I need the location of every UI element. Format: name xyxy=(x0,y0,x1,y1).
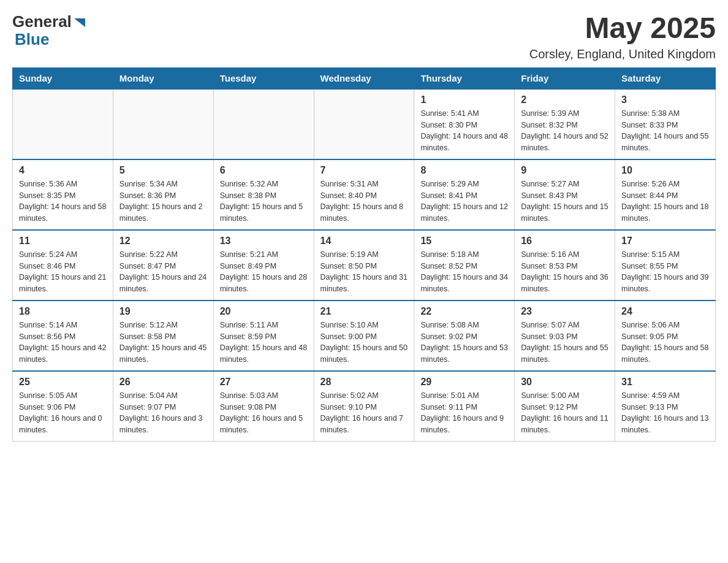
calendar-table: Sunday Monday Tuesday Wednesday Thursday… xyxy=(12,67,716,442)
day-info: Sunrise: 5:34 AMSunset: 8:36 PMDaylight:… xyxy=(119,178,207,224)
table-row: 4Sunrise: 5:36 AMSunset: 8:35 PMDaylight… xyxy=(13,159,113,230)
day-info: Sunrise: 5:07 AMSunset: 9:03 PMDaylight:… xyxy=(521,320,609,366)
table-row: 17Sunrise: 5:15 AMSunset: 8:55 PMDayligh… xyxy=(615,230,716,301)
day-number: 24 xyxy=(621,306,709,317)
day-info: Sunrise: 5:21 AMSunset: 8:49 PMDaylight:… xyxy=(220,249,308,295)
day-number: 16 xyxy=(521,236,609,247)
day-info: Sunrise: 5:27 AMSunset: 8:43 PMDaylight:… xyxy=(521,178,609,224)
col-wednesday: Wednesday xyxy=(314,67,414,89)
logo-general-text: General xyxy=(12,12,72,31)
logo-blue-text: Blue xyxy=(15,30,49,49)
day-number: 12 xyxy=(119,236,207,247)
table-row xyxy=(13,89,113,159)
day-number: 5 xyxy=(119,165,207,176)
page-header: General Blue May 2025 Corsley, England, … xyxy=(12,12,716,61)
table-row: 24Sunrise: 5:06 AMSunset: 9:05 PMDayligh… xyxy=(615,301,716,371)
logo-triangle-icon xyxy=(73,16,86,29)
table-row: 21Sunrise: 5:10 AMSunset: 9:00 PMDayligh… xyxy=(314,301,414,371)
table-row: 22Sunrise: 5:08 AMSunset: 9:02 PMDayligh… xyxy=(414,301,515,371)
day-info: Sunrise: 5:10 AMSunset: 9:00 PMDaylight:… xyxy=(320,320,408,366)
day-number: 19 xyxy=(119,306,207,317)
day-info: Sunrise: 5:39 AMSunset: 8:32 PMDaylight:… xyxy=(521,108,609,154)
calendar-header-row: Sunday Monday Tuesday Wednesday Thursday… xyxy=(13,67,716,89)
table-row: 7Sunrise: 5:31 AMSunset: 8:40 PMDaylight… xyxy=(314,159,414,230)
table-row: 20Sunrise: 5:11 AMSunset: 8:59 PMDayligh… xyxy=(213,301,314,371)
day-info: Sunrise: 5:19 AMSunset: 8:50 PMDaylight:… xyxy=(320,249,408,295)
day-number: 30 xyxy=(521,377,609,388)
day-number: 27 xyxy=(220,377,308,388)
table-row: 13Sunrise: 5:21 AMSunset: 8:49 PMDayligh… xyxy=(213,230,314,301)
day-number: 23 xyxy=(521,306,609,317)
table-row: 9Sunrise: 5:27 AMSunset: 8:43 PMDaylight… xyxy=(515,159,615,230)
day-number: 17 xyxy=(621,236,709,247)
day-number: 28 xyxy=(320,377,408,388)
day-number: 1 xyxy=(420,94,508,105)
day-info: Sunrise: 5:15 AMSunset: 8:55 PMDaylight:… xyxy=(621,249,709,295)
day-number: 10 xyxy=(621,165,709,176)
table-row: 29Sunrise: 5:01 AMSunset: 9:11 PMDayligh… xyxy=(414,371,515,442)
col-thursday: Thursday xyxy=(414,67,515,89)
day-number: 22 xyxy=(420,306,508,317)
day-number: 4 xyxy=(19,165,107,176)
day-info: Sunrise: 5:31 AMSunset: 8:40 PMDaylight:… xyxy=(320,178,408,224)
table-row xyxy=(213,89,314,159)
day-info: Sunrise: 5:11 AMSunset: 8:59 PMDaylight:… xyxy=(220,320,308,366)
day-info: Sunrise: 5:08 AMSunset: 9:02 PMDaylight:… xyxy=(420,320,508,366)
day-info: Sunrise: 5:29 AMSunset: 8:41 PMDaylight:… xyxy=(420,178,508,224)
day-number: 7 xyxy=(320,165,408,176)
table-row: 14Sunrise: 5:19 AMSunset: 8:50 PMDayligh… xyxy=(314,230,414,301)
day-number: 13 xyxy=(220,236,308,247)
table-row: 2Sunrise: 5:39 AMSunset: 8:32 PMDaylight… xyxy=(515,89,615,159)
table-row: 11Sunrise: 5:24 AMSunset: 8:46 PMDayligh… xyxy=(13,230,113,301)
day-info: Sunrise: 5:16 AMSunset: 8:53 PMDaylight:… xyxy=(521,249,609,295)
month-year-title: May 2025 xyxy=(529,12,716,45)
location-subtitle: Corsley, England, United Kingdom xyxy=(529,47,716,61)
day-number: 11 xyxy=(19,236,107,247)
table-row: 12Sunrise: 5:22 AMSunset: 8:47 PMDayligh… xyxy=(113,230,213,301)
day-info: Sunrise: 5:04 AMSunset: 9:07 PMDaylight:… xyxy=(119,390,207,436)
col-monday: Monday xyxy=(113,67,213,89)
day-info: Sunrise: 5:24 AMSunset: 8:46 PMDaylight:… xyxy=(19,249,107,295)
table-row: 31Sunrise: 4:59 AMSunset: 9:13 PMDayligh… xyxy=(615,371,716,442)
day-number: 14 xyxy=(320,236,408,247)
day-info: Sunrise: 5:38 AMSunset: 8:33 PMDaylight:… xyxy=(621,108,709,154)
day-number: 26 xyxy=(119,377,207,388)
table-row: 15Sunrise: 5:18 AMSunset: 8:52 PMDayligh… xyxy=(414,230,515,301)
day-info: Sunrise: 5:01 AMSunset: 9:11 PMDaylight:… xyxy=(420,390,508,436)
day-info: Sunrise: 5:14 AMSunset: 8:56 PMDaylight:… xyxy=(19,320,107,366)
day-number: 6 xyxy=(220,165,308,176)
table-row: 3Sunrise: 5:38 AMSunset: 8:33 PMDaylight… xyxy=(615,89,716,159)
table-row: 23Sunrise: 5:07 AMSunset: 9:03 PMDayligh… xyxy=(515,301,615,371)
table-row: 19Sunrise: 5:12 AMSunset: 8:58 PMDayligh… xyxy=(113,301,213,371)
table-row: 5Sunrise: 5:34 AMSunset: 8:36 PMDaylight… xyxy=(113,159,213,230)
table-row: 16Sunrise: 5:16 AMSunset: 8:53 PMDayligh… xyxy=(515,230,615,301)
col-friday: Friday xyxy=(515,67,615,89)
table-row: 10Sunrise: 5:26 AMSunset: 8:44 PMDayligh… xyxy=(615,159,716,230)
day-info: Sunrise: 5:32 AMSunset: 8:38 PMDaylight:… xyxy=(220,178,308,224)
logo: General Blue xyxy=(12,12,86,49)
day-number: 8 xyxy=(420,165,508,176)
day-number: 20 xyxy=(220,306,308,317)
calendar-week-row: 11Sunrise: 5:24 AMSunset: 8:46 PMDayligh… xyxy=(13,230,716,301)
day-info: Sunrise: 5:26 AMSunset: 8:44 PMDaylight:… xyxy=(621,178,709,224)
table-row: 18Sunrise: 5:14 AMSunset: 8:56 PMDayligh… xyxy=(13,301,113,371)
day-info: Sunrise: 5:36 AMSunset: 8:35 PMDaylight:… xyxy=(19,178,107,224)
title-block: May 2025 Corsley, England, United Kingdo… xyxy=(529,12,716,61)
day-number: 3 xyxy=(621,94,709,105)
day-number: 29 xyxy=(420,377,508,388)
day-info: Sunrise: 5:18 AMSunset: 8:52 PMDaylight:… xyxy=(420,249,508,295)
table-row: 26Sunrise: 5:04 AMSunset: 9:07 PMDayligh… xyxy=(113,371,213,442)
day-info: Sunrise: 5:05 AMSunset: 9:06 PMDaylight:… xyxy=(19,390,107,436)
table-row xyxy=(314,89,414,159)
day-info: Sunrise: 5:22 AMSunset: 8:47 PMDaylight:… xyxy=(119,249,207,295)
calendar-week-row: 1Sunrise: 5:41 AMSunset: 8:30 PMDaylight… xyxy=(13,89,716,159)
table-row: 30Sunrise: 5:00 AMSunset: 9:12 PMDayligh… xyxy=(515,371,615,442)
day-info: Sunrise: 5:06 AMSunset: 9:05 PMDaylight:… xyxy=(621,320,709,366)
day-info: Sunrise: 5:00 AMSunset: 9:12 PMDaylight:… xyxy=(521,390,609,436)
table-row: 8Sunrise: 5:29 AMSunset: 8:41 PMDaylight… xyxy=(414,159,515,230)
table-row: 28Sunrise: 5:02 AMSunset: 9:10 PMDayligh… xyxy=(314,371,414,442)
day-info: Sunrise: 5:02 AMSunset: 9:10 PMDaylight:… xyxy=(320,390,408,436)
table-row: 25Sunrise: 5:05 AMSunset: 9:06 PMDayligh… xyxy=(13,371,113,442)
col-sunday: Sunday xyxy=(13,67,113,89)
table-row xyxy=(113,89,213,159)
